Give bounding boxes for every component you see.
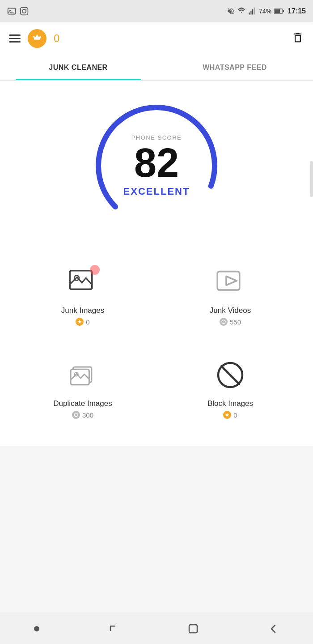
svg-rect-0: [8, 8, 16, 14]
status-bar-right: 74% 17:15: [227, 7, 306, 15]
block-images-count: 0: [223, 411, 237, 419]
crown-icon: [32, 34, 42, 43]
battery-icon: [274, 8, 284, 14]
svg-rect-7: [252, 9, 253, 15]
bottom-nav-dot[interactable]: [34, 626, 39, 631]
svg-rect-6: [250, 11, 251, 14]
grid-item-block-images[interactable]: Block Images 0: [161, 348, 300, 428]
instagram-status-icon: [20, 7, 29, 16]
junk-images-notification: [90, 265, 100, 275]
score-label: PHONE SCORE: [123, 134, 190, 141]
main-content: PHONE SCORE 82 EXCELLENT Junk Images: [0, 81, 313, 446]
svg-rect-8: [254, 8, 255, 15]
svg-rect-5: [249, 13, 250, 15]
block-images-icon: [214, 359, 246, 391]
score-section: PHONE SCORE 82 EXCELLENT: [0, 81, 313, 246]
duplicate-images-icon-wrap: [65, 357, 101, 393]
score-number: 82: [123, 143, 190, 183]
junk-videos-coin: [220, 318, 228, 326]
svg-rect-11: [283, 10, 284, 12]
bottom-nav-home[interactable]: [187, 623, 199, 635]
svg-rect-10: [275, 9, 280, 13]
block-images-icon-wrap: [212, 357, 248, 393]
wifi-icon: [237, 7, 245, 15]
score-status: EXCELLENT: [123, 186, 190, 197]
grid-item-junk-videos[interactable]: Junk Videos 550: [161, 255, 300, 335]
grid-section: Junk Images 0 Junk Videos 550: [0, 246, 313, 437]
duplicate-images-icon: [67, 359, 99, 391]
block-images-title: Block Images: [207, 399, 253, 408]
scrollbar: [310, 161, 313, 197]
junk-videos-icon: [214, 266, 246, 298]
grid-item-junk-images[interactable]: Junk Images 0: [13, 255, 152, 335]
trash-button[interactable]: [292, 31, 304, 46]
duplicate-images-coin: [72, 411, 80, 419]
bottom-nav-back-square[interactable]: [107, 623, 119, 635]
svg-marker-17: [226, 276, 237, 285]
svg-point-4: [26, 9, 27, 9]
junk-images-title: Junk Images: [61, 306, 104, 315]
junk-images-icon-wrap: [65, 264, 101, 300]
hamburger-menu[interactable]: [9, 34, 21, 43]
nav-left: 0: [9, 29, 59, 48]
svg-point-1: [9, 10, 11, 11]
svg-point-25: [34, 626, 39, 631]
tab-junk-cleaner[interactable]: JUNK CLEANER: [0, 55, 156, 80]
svg-line-24: [221, 366, 239, 384]
svg-point-18: [222, 320, 225, 324]
tab-bar: JUNK CLEANER WHATSAPP FEED: [0, 55, 313, 81]
block-images-count-value: 0: [233, 411, 237, 419]
junk-videos-title: Junk Videos: [210, 306, 251, 315]
score-inner: PHONE SCORE 82 EXCELLENT: [123, 134, 190, 197]
junk-videos-count: 550: [220, 318, 241, 326]
junk-images-coin: [76, 318, 84, 326]
junk-videos-icon-wrap: [212, 264, 248, 300]
top-nav: 0: [0, 22, 313, 55]
time-display: 17:15: [288, 7, 306, 15]
home-square-icon: [187, 623, 199, 635]
crown-badge[interactable]: [28, 29, 47, 48]
duplicate-images-count-value: 300: [82, 411, 93, 419]
battery-percent: 74%: [259, 8, 271, 15]
nav-count: 0: [54, 32, 59, 45]
status-bar-left: [7, 7, 29, 16]
duplicate-images-title: Duplicate Images: [53, 399, 112, 408]
block-images-coin: [223, 411, 231, 419]
image-status-icon: [7, 7, 16, 16]
bottom-nav-back[interactable]: [267, 623, 279, 635]
svg-point-22: [74, 413, 78, 417]
junk-images-count-value: 0: [86, 318, 89, 326]
svg-point-3: [22, 9, 26, 13]
signal-icon: [248, 7, 256, 15]
score-circle: PHONE SCORE 82 EXCELLENT: [85, 94, 228, 237]
duplicate-images-count: 300: [72, 411, 93, 419]
tab-whatsapp-feed[interactable]: WHATSAPP FEED: [156, 55, 313, 80]
grid-item-duplicate-images[interactable]: Duplicate Images 300: [13, 348, 152, 428]
bottom-nav: [0, 613, 313, 644]
back-arrow-icon: [267, 623, 279, 635]
junk-images-count: 0: [76, 318, 89, 326]
status-bar: 74% 17:15: [0, 0, 313, 22]
mute-icon: [227, 7, 235, 15]
junk-videos-count-value: 550: [230, 318, 241, 326]
svg-rect-2: [21, 8, 28, 15]
dot-icon: [34, 626, 39, 631]
svg-rect-26: [189, 625, 197, 633]
back-square-icon: [107, 623, 119, 635]
